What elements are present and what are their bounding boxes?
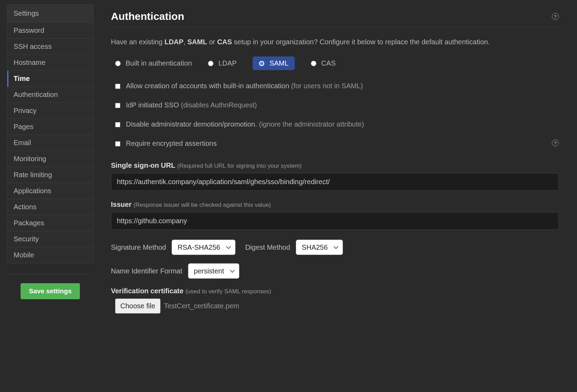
sidebar-item-pages[interactable]: Pages: [7, 119, 93, 135]
sidebar-item-hostname[interactable]: Hostname: [7, 55, 93, 71]
sidebar-item-applications[interactable]: Applications: [7, 183, 93, 199]
idp-sso-row[interactable]: IdP initiated SSO (disables AuthnRequest…: [111, 101, 559, 109]
allow-creation-checkbox[interactable]: [115, 84, 120, 89]
auth-type-saml-radio[interactable]: [259, 61, 264, 66]
sidebar-item-actions[interactable]: Actions: [7, 199, 93, 215]
auth-type-ldap[interactable]: LDAP: [208, 59, 237, 67]
require-encrypted-help-icon[interactable]: ?: [552, 140, 559, 146]
intro-saml: SAML: [187, 38, 207, 46]
file-chooser-row: Choose file TestCert_certificate.pem: [111, 299, 559, 314]
auth-type-radios: Built in authentication LDAP SAML CAS: [111, 56, 559, 70]
sidebar-item-privacy[interactable]: Privacy: [7, 103, 93, 119]
sso-url-section: Single sign-on URL (Required full URL fo…: [111, 161, 559, 191]
intro-cas: CAS: [217, 38, 232, 46]
disable-admin-label: Disable administrator demotion/promotion…: [126, 120, 257, 128]
intro-ldap: LDAP: [164, 38, 183, 46]
sidebar-item-rate-limiting[interactable]: Rate limiting: [7, 167, 93, 183]
auth-type-builtin-label: Built in authentication: [126, 59, 192, 67]
nameid-row: Name Identifier Format persistent: [111, 263, 559, 279]
sidebar-nav: Settings Password SSH access Hostname Ti…: [7, 4, 93, 263]
require-encrypted-label: Require encrypted assertions: [126, 140, 217, 148]
method-selects-row: Signature Method RSA-SHA256 Digest Metho…: [111, 240, 559, 255]
sidebar-item-password[interactable]: Password: [7, 23, 93, 39]
issuer-input[interactable]: [111, 212, 559, 230]
auth-type-saml[interactable]: SAML: [253, 56, 294, 70]
sidebar: Settings Password SSH access Hostname Ti…: [0, 0, 100, 392]
intro-text: Have an existing LDAP, SAML or CAS setup…: [111, 37, 559, 47]
allow-creation-hint: (for users not in SAML): [291, 82, 363, 90]
chosen-file-name: TestCert_certificate.pem: [164, 302, 239, 310]
sidebar-divider: [8, 274, 92, 274]
issuer-label: Issuer: [111, 201, 132, 208]
auth-type-cas-label: CAS: [321, 59, 336, 67]
choose-file-button[interactable]: Choose file: [115, 299, 160, 314]
disable-admin-hint: (ignore the administrator attribute): [259, 120, 364, 128]
sso-url-hint: (Required full URL for signing into your…: [177, 163, 302, 169]
sidebar-item-security[interactable]: Security: [7, 231, 93, 247]
sidebar-item-packages[interactable]: Packages: [7, 215, 93, 231]
idp-sso-checkbox[interactable]: [115, 103, 120, 108]
digest-method-group: Digest Method SHA256: [245, 240, 343, 255]
digest-method-select[interactable]: SHA256: [296, 240, 343, 255]
signature-method-select[interactable]: RSA-SHA256: [172, 240, 235, 255]
intro-comma: ,: [183, 38, 187, 46]
sidebar-item-ssh-access[interactable]: SSH access: [7, 39, 93, 55]
sidebar-item-monitoring[interactable]: Monitoring: [7, 151, 93, 167]
auth-type-cas[interactable]: CAS: [311, 59, 336, 67]
save-settings-button[interactable]: Save settings: [21, 283, 80, 299]
allow-creation-label: Allow creation of accounts with built-in…: [126, 82, 289, 90]
auth-type-cas-radio[interactable]: [311, 61, 316, 66]
auth-type-ldap-label: LDAP: [218, 59, 237, 67]
auth-type-ldap-radio[interactable]: [208, 61, 213, 66]
signature-method-label: Signature Method: [111, 243, 166, 251]
page-header: Authentication ?: [111, 10, 559, 28]
idp-sso-label: IdP initiated SSO: [126, 101, 179, 109]
page-title: Authentication: [111, 10, 184, 22]
signature-method-group: Signature Method RSA-SHA256: [111, 240, 235, 255]
intro-part2: setup in your organization? Configure it…: [232, 38, 490, 46]
help-icon[interactable]: ?: [552, 13, 559, 20]
sidebar-item-time[interactable]: Time: [7, 71, 93, 87]
disable-admin-row[interactable]: Disable administrator demotion/promotion…: [111, 120, 559, 128]
main-content: Authentication ? Have an existing LDAP, …: [100, 0, 577, 392]
require-encrypted-row[interactable]: Require encrypted assertions: [111, 140, 552, 148]
digest-method-label: Digest Method: [245, 243, 290, 251]
require-encrypted-checkbox[interactable]: [115, 141, 120, 146]
auth-type-builtin[interactable]: Built in authentication: [115, 59, 192, 67]
intro-part1: Have an existing: [111, 38, 164, 46]
sidebar-item-mobile[interactable]: Mobile: [7, 247, 93, 263]
sso-url-input[interactable]: [111, 173, 559, 191]
sidebar-item-email[interactable]: Email: [7, 135, 93, 151]
disable-admin-checkbox[interactable]: [115, 122, 120, 127]
nameid-select[interactable]: persistent: [188, 263, 239, 279]
allow-creation-row[interactable]: Allow creation of accounts with built-in…: [111, 82, 559, 90]
intro-or: or: [207, 38, 217, 46]
idp-sso-hint: (disables AuthnRequest): [181, 101, 257, 109]
issuer-section: Issuer (Response issuer will be checked …: [111, 201, 559, 230]
issuer-hint: (Response issuer will be checked against…: [134, 202, 271, 208]
sidebar-item-authentication[interactable]: Authentication: [7, 87, 93, 103]
verification-cert-hint: (used to verify SAML responses): [185, 288, 271, 295]
nameid-group: Name Identifier Format persistent: [111, 263, 239, 279]
verification-cert-section: Verification certificate (used to verify…: [111, 287, 559, 314]
verification-cert-label: Verification certificate: [111, 287, 183, 295]
auth-type-builtin-radio[interactable]: [115, 61, 121, 66]
sso-url-label: Single sign-on URL: [111, 161, 175, 169]
sidebar-header: Settings: [7, 5, 93, 23]
nameid-label: Name Identifier Format: [111, 267, 182, 275]
auth-type-saml-label: SAML: [269, 59, 288, 67]
